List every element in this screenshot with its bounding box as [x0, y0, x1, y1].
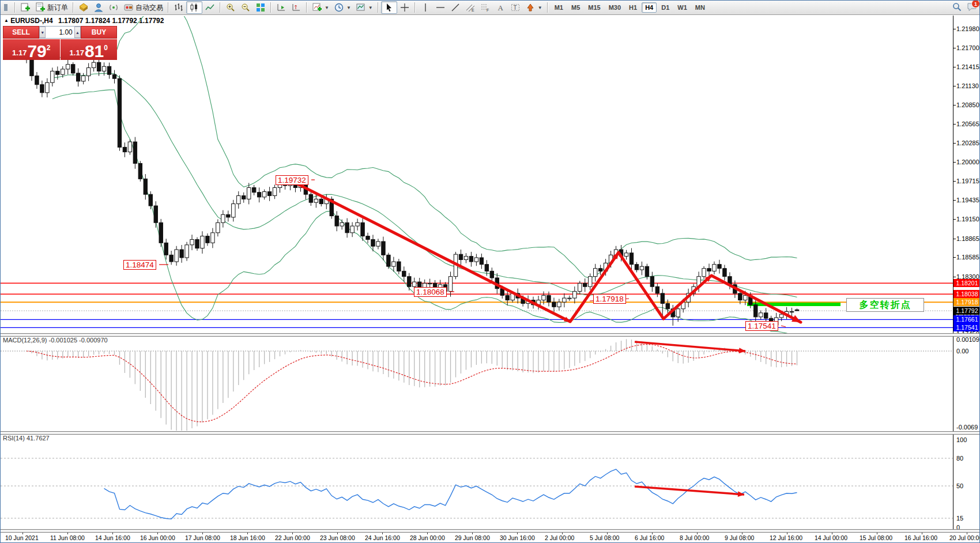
- pane-splitter[interactable]: [1, 431, 980, 435]
- rsi-label: RSI(14) 41.7627: [3, 435, 50, 442]
- bull-candle: [594, 269, 597, 277]
- bear-candle: [138, 163, 142, 179]
- time-axis-label: 10 Jun 2021: [5, 534, 39, 541]
- price-axis-label: 1.20850: [956, 101, 979, 108]
- bear-candle: [361, 223, 364, 236]
- price-label-annotation[interactable]: 1.19732: [276, 175, 308, 185]
- bear-candle: [506, 295, 509, 300]
- time-axis-label: 5 Jul 08:00: [590, 534, 619, 541]
- bear-candle: [630, 253, 633, 265]
- rsi-axis-label: 15: [956, 515, 963, 522]
- bull-candle: [340, 223, 344, 226]
- price-label-annotation[interactable]: 1.18068: [414, 287, 447, 297]
- bear-candle: [319, 199, 323, 203]
- bull-candle: [201, 236, 204, 248]
- bull-candle: [542, 295, 545, 300]
- bull-candle: [779, 314, 783, 318]
- price-axis-tick: [953, 124, 956, 125]
- volume-decrease-button[interactable]: ▼: [39, 27, 46, 38]
- bear-candle: [77, 73, 80, 81]
- bull-candle: [573, 291, 576, 298]
- price-label-annotation[interactable]: 1.17541: [745, 321, 778, 331]
- price-axis-tick: [953, 67, 956, 67]
- bear-candle: [764, 313, 768, 318]
- buy-price-prefix: 1.17: [70, 48, 84, 57]
- bull-candle: [464, 257, 468, 260]
- price-axis-tick: [953, 219, 956, 220]
- bear-candle: [107, 66, 111, 74]
- price-tag: 1.17918: [953, 298, 980, 306]
- time-axis-label: 11 Jun 08:00: [50, 534, 85, 541]
- bear-candle: [169, 255, 173, 262]
- buy-button[interactable]: BUY: [81, 26, 117, 39]
- time-axis-label: 22 Jun 00:00: [275, 534, 310, 541]
- trend-zigzag[interactable]: [292, 181, 801, 322]
- time-axis-label: 23 Jun 08:00: [320, 534, 355, 541]
- bear-candle: [242, 196, 246, 199]
- bull-candle: [190, 239, 194, 244]
- price-tag: 1.18038: [953, 290, 980, 298]
- bull-candle: [578, 283, 582, 291]
- price-tag: 1.17661: [953, 315, 980, 323]
- bull-candle: [273, 188, 276, 196]
- bear-candle: [661, 293, 664, 304]
- bull-candle: [237, 196, 240, 204]
- bear-candle: [718, 265, 721, 269]
- time-axis-label: 16 Jun 00:00: [140, 534, 175, 541]
- macd-axis-label: 0.00: [956, 348, 968, 355]
- macd-trend-arrow[interactable]: [635, 342, 745, 351]
- bear-candle: [371, 239, 375, 246]
- price-axis-tick: [953, 29, 956, 29]
- rsi-trend-arrow[interactable]: [635, 487, 744, 495]
- price-axis-tick: [953, 239, 956, 239]
- pane-splitter[interactable]: [1, 333, 980, 337]
- bear-candle: [645, 266, 649, 277]
- bull-candle: [350, 226, 354, 233]
- pivot-note[interactable]: 多空转折点: [846, 298, 924, 312]
- bear-candle: [267, 192, 271, 196]
- rsi-pane: [1, 458, 953, 519]
- bull-candle: [86, 68, 90, 76]
- bear-candle: [485, 265, 488, 272]
- sell-button[interactable]: SELL: [3, 26, 39, 39]
- bull-candle: [744, 295, 747, 300]
- bear-candle: [738, 293, 742, 300]
- chart-canvas[interactable]: [1, 1, 980, 543]
- bear-candle: [469, 257, 473, 262]
- bull-candle: [247, 188, 251, 199]
- bear-candle: [335, 216, 338, 227]
- price-axis-label: 1.18585: [956, 254, 979, 261]
- bear-candle: [366, 236, 370, 240]
- bear-candle: [635, 265, 638, 270]
- macd-pane: [1, 339, 953, 432]
- bear-candle: [583, 283, 587, 286]
- bull-candle: [51, 71, 54, 82]
- bull-candle: [262, 192, 266, 197]
- pane-splitter[interactable]: [1, 529, 980, 533]
- price-axis-label: 1.21415: [956, 63, 979, 70]
- bear-candle: [154, 206, 157, 223]
- macd-axis-label: -0.0069: [956, 424, 978, 431]
- price-axis-label: 1.20000: [956, 159, 979, 165]
- bull-candle: [185, 245, 189, 258]
- sell-price-panel[interactable]: 1.17 79 2: [3, 39, 60, 60]
- volume-control: ▼ ▲: [39, 26, 81, 39]
- price-axis-label: 1.21700: [956, 44, 979, 51]
- buy-price-panel[interactable]: 1.17 81 0: [61, 39, 118, 60]
- rsi-axis-label: 50: [956, 482, 963, 489]
- time-axis-label: 8 Jul 00:00: [680, 534, 709, 541]
- price-label-annotation[interactable]: 1.17918: [593, 294, 626, 304]
- volume-input[interactable]: [46, 27, 74, 38]
- price-axis-tick: [953, 200, 956, 201]
- bull-candle: [568, 298, 571, 299]
- bear-candle: [345, 223, 349, 233]
- macd-axis-label: 0.001097: [956, 336, 980, 343]
- volume-increase-button[interactable]: ▲: [74, 27, 81, 38]
- price-label-annotation[interactable]: 1.18474: [123, 260, 156, 270]
- bull-candle: [46, 82, 49, 93]
- bollinger-upper-band: [52, 1, 797, 278]
- price-axis-tick: [953, 86, 956, 86]
- bear-candle: [252, 188, 255, 193]
- time-axis-label: 18 Jun 16:00: [230, 534, 265, 541]
- bull-candle: [640, 266, 643, 270]
